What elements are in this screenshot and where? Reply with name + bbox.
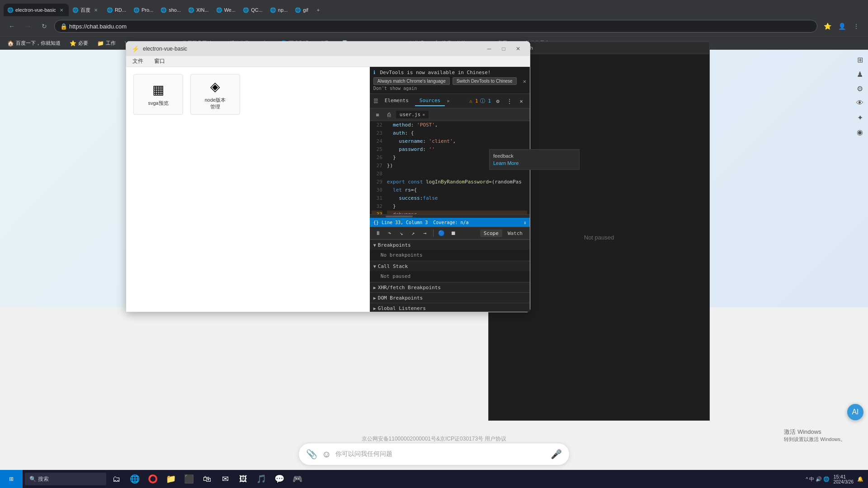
navigator-toggle[interactable]: ≡ [373, 110, 382, 120]
bookmark-biyao[interactable]: ⭐必要 [66, 38, 92, 48]
taskbar-search[interactable]: 🔍 搜索 [25, 473, 106, 485]
app-card-node[interactable]: ◈ node版本管理 [190, 74, 240, 115]
task-icon-explorer[interactable]: 🗂 [108, 471, 125, 487]
pause-exceptions-btn[interactable]: ⏹ [449, 229, 458, 238]
feedback-box: feedback Learn More [489, 149, 580, 170]
settings-btn[interactable]: ⚙ [493, 96, 503, 106]
pause-resume-btn[interactable]: ⏸ [373, 229, 382, 238]
ai-assistant-btn[interactable]: AI [847, 404, 863, 420]
step-out-btn[interactable]: ↗ [409, 229, 418, 238]
step-into-btn[interactable]: ↘ [397, 229, 406, 238]
task-icon-photos[interactable]: 🖼 [235, 471, 251, 487]
match-language-btn[interactable]: Always match Chrome's language [373, 77, 450, 85]
tab-5[interactable]: 🌐 sho... [157, 4, 184, 16]
task-icon-store[interactable]: 🛍 [199, 471, 215, 487]
breakpoints-header[interactable]: ▼ Breakpoints [370, 240, 530, 250]
address-input[interactable]: 🔒 https://chat.baidu.com [54, 20, 817, 33]
task-icon-files[interactable]: 📁 [163, 471, 179, 487]
devtools-bottom-panel: ▼ Breakpoints No breakpoints ▼ Call Stac… [370, 239, 530, 312]
task-icon-music[interactable]: 🎵 [253, 471, 269, 487]
close-btn[interactable]: ✕ [512, 44, 524, 53]
back-btn[interactable]: ← [5, 20, 18, 33]
sidebar-icon-4[interactable]: 👁 [854, 97, 866, 109]
sidebar-icon-1[interactable]: ⊞ [854, 53, 866, 66]
step-btn[interactable]: → [420, 229, 429, 238]
close-devtools-btn[interactable]: ✕ [516, 96, 526, 106]
tab-2[interactable]: 🌐 百度 ✕ [69, 4, 103, 16]
sidebar-icon-6[interactable]: ◉ [854, 126, 866, 138]
elements-tab[interactable]: Elements [380, 96, 413, 106]
sources-tab[interactable]: Sources [415, 96, 445, 106]
tab2-close-btn[interactable]: ✕ [92, 6, 99, 14]
tab-10[interactable]: 🌐 gif [291, 4, 312, 16]
new-tab-btn[interactable]: + [312, 4, 325, 16]
devtools-toolbar: ≡ ⎙ user.js ✕ [370, 108, 530, 121]
switch-devtools-btn[interactable]: Switch DevTools to Chinese [453, 77, 517, 85]
notification-btn[interactable]: 🔔 [857, 476, 863, 482]
code-line-24: username: 'client', [387, 137, 527, 145]
code-line-30: let rs={ [387, 186, 527, 194]
tab-8[interactable]: 🌐 QC... [239, 4, 266, 16]
scope-tab[interactable]: Scope [480, 230, 502, 237]
chat-mic-icon[interactable]: 🎤 [551, 449, 562, 460]
task-icon-wechat[interactable]: 💬 [271, 471, 288, 487]
notification-close-btn[interactable]: ✕ [523, 78, 526, 84]
tab-4[interactable]: 🌐 Pro... [130, 4, 157, 16]
tab-6[interactable]: 🌐 XIN... [184, 4, 212, 16]
reload-btn[interactable]: ↻ [38, 20, 51, 33]
global-header[interactable]: ▶ Global Listeners [370, 303, 530, 312]
maximize-btn[interactable]: □ [497, 44, 510, 53]
step-over-btn[interactable]: ↷ [385, 229, 394, 238]
sidebar-icon-2[interactable]: ♟ [854, 68, 866, 80]
call-stack-header[interactable]: ▼ Call Stack [370, 261, 530, 271]
app-card-svga[interactable]: ▦ svga预览 [133, 74, 183, 115]
task-icon-mail[interactable]: ✉ [217, 471, 233, 487]
devtools-header: ☰ Elements Sources » ⚠ 1 ⓘ 1 ⚙ ⋮ ✕ [370, 94, 530, 108]
chat-input[interactable]: 你可以问我任何问题 [335, 450, 546, 458]
svga-label: svga预览 [148, 100, 168, 107]
menu-window[interactable]: 窗口 [151, 56, 168, 66]
file-tab-close[interactable]: ✕ [422, 112, 425, 117]
learn-more-link[interactable]: Learn More [493, 160, 576, 166]
h-scrollbar[interactable] [370, 214, 530, 218]
chat-emoji-icon[interactable]: ☺ [322, 449, 331, 460]
more-devtools-btn[interactable]: ⋮ [505, 96, 514, 106]
code-line-33: debugger [387, 211, 527, 214]
activate-breakpoints-btn[interactable]: 🔵 [437, 229, 446, 238]
tab-3[interactable]: 🌐 RD... [103, 4, 130, 16]
dom-header[interactable]: ▶ DOM Breakpoints [370, 293, 530, 303]
task-icon-edge[interactable]: 🌐 [127, 471, 143, 487]
extensions-btn[interactable]: ⭐ [821, 20, 834, 33]
sources-toggle[interactable]: ⎙ [384, 110, 394, 120]
more-btn[interactable]: ⋮ [850, 20, 863, 33]
chat-attach-icon[interactable]: 📎 [306, 449, 317, 460]
windows-activation: 激活 Windows 转到设置以激活 Windows。 [784, 428, 845, 443]
task-icon-game[interactable]: 🎮 [289, 471, 306, 487]
xhr-header[interactable]: ▶ XHR/fetch Breakpoints [370, 282, 530, 292]
tab-9[interactable]: 🌐 np... [266, 4, 291, 16]
minimize-btn[interactable]: ─ [483, 44, 495, 53]
sidebar-icon-3[interactable]: ⚙ [854, 82, 866, 95]
status-bar: {} Line 33, Column 3 Coverage: n/a ↕ [370, 218, 530, 227]
h-scrollbar-thumb[interactable] [386, 216, 413, 217]
tab-close-btn[interactable]: ✕ [58, 6, 65, 14]
file-tab-user-js[interactable]: user.js ✕ [396, 111, 429, 118]
task-icon-chrome[interactable]: ⭕ [145, 471, 161, 487]
window-content: ▦ svga预览 ◈ node版本管理 ℹ DevTools is now av… [126, 67, 530, 312]
sidebar-toggle[interactable]: ☰ [373, 98, 378, 104]
watch-tab[interactable]: Watch [504, 230, 526, 237]
menu-file[interactable]: 文件 [130, 56, 146, 66]
bookmark-gongzuo[interactable]: 📁工作 [94, 38, 119, 48]
forward-btn[interactable]: → [22, 20, 34, 33]
active-tab[interactable]: 🌐 electron-vue-basic ✕ [4, 4, 69, 16]
bookmark-baidu[interactable]: 🏠百度一下，你就知道 [4, 38, 64, 48]
task-icon-terminal[interactable]: ⬛ [181, 471, 197, 487]
start-btn[interactable]: ⊞ [0, 470, 23, 488]
profile-btn[interactable]: 👤 [835, 20, 848, 33]
tab-7[interactable]: 🌐 We... [212, 4, 239, 16]
format-btn[interactable]: ↕ [524, 220, 526, 225]
dont-show-again[interactable]: Don't show again [373, 86, 526, 91]
more-tabs-btn[interactable]: » [447, 99, 449, 103]
code-line-32: } [387, 202, 527, 211]
sidebar-icon-5[interactable]: ✦ [854, 111, 866, 124]
